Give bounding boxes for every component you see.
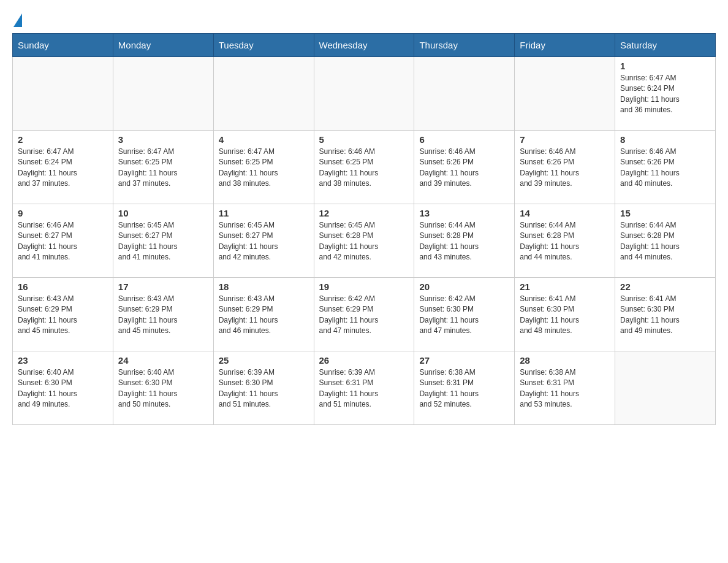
calendar-week-row: 2Sunrise: 6:47 AM Sunset: 6:24 PM Daylig… bbox=[13, 131, 716, 204]
day-number: 26 bbox=[319, 355, 409, 366]
logo bbox=[12, 12, 22, 27]
day-number: 16 bbox=[18, 282, 108, 292]
calendar-cell: 3Sunrise: 6:47 AM Sunset: 6:25 PM Daylig… bbox=[113, 131, 213, 204]
day-number: 23 bbox=[18, 355, 108, 366]
calendar-cell: 27Sunrise: 6:38 AM Sunset: 6:31 PM Dayli… bbox=[414, 351, 515, 425]
day-info: Sunrise: 6:45 AM Sunset: 6:27 PM Dayligh… bbox=[219, 220, 309, 263]
calendar-cell: 22Sunrise: 6:41 AM Sunset: 6:30 PM Dayli… bbox=[615, 278, 716, 351]
day-info: Sunrise: 6:46 AM Sunset: 6:25 PM Dayligh… bbox=[319, 147, 409, 190]
calendar-cell: 18Sunrise: 6:43 AM Sunset: 6:29 PM Dayli… bbox=[213, 278, 314, 351]
calendar-cell bbox=[615, 351, 716, 425]
calendar-cell: 5Sunrise: 6:46 AM Sunset: 6:25 PM Daylig… bbox=[314, 131, 414, 204]
weekday-header-tuesday: Tuesday bbox=[213, 34, 314, 57]
day-info: Sunrise: 6:38 AM Sunset: 6:31 PM Dayligh… bbox=[419, 367, 509, 410]
day-info: Sunrise: 6:43 AM Sunset: 6:29 PM Dayligh… bbox=[18, 294, 108, 337]
day-info: Sunrise: 6:47 AM Sunset: 6:25 PM Dayligh… bbox=[219, 147, 309, 190]
day-number: 18 bbox=[219, 282, 309, 292]
weekday-header-friday: Friday bbox=[515, 34, 615, 57]
day-info: Sunrise: 6:47 AM Sunset: 6:24 PM Dayligh… bbox=[620, 73, 710, 116]
day-number: 14 bbox=[520, 208, 610, 218]
day-info: Sunrise: 6:39 AM Sunset: 6:31 PM Dayligh… bbox=[319, 367, 409, 410]
logo-triangle-icon bbox=[13, 13, 22, 27]
day-info: Sunrise: 6:47 AM Sunset: 6:24 PM Dayligh… bbox=[18, 147, 108, 190]
day-info: Sunrise: 6:42 AM Sunset: 6:29 PM Dayligh… bbox=[319, 294, 409, 337]
calendar-cell: 21Sunrise: 6:41 AM Sunset: 6:30 PM Dayli… bbox=[515, 278, 615, 351]
calendar-week-row: 16Sunrise: 6:43 AM Sunset: 6:29 PM Dayli… bbox=[13, 278, 716, 351]
weekday-header-thursday: Thursday bbox=[414, 34, 515, 57]
calendar-cell: 20Sunrise: 6:42 AM Sunset: 6:30 PM Dayli… bbox=[414, 278, 515, 351]
day-number: 21 bbox=[520, 282, 610, 292]
day-number: 17 bbox=[118, 282, 208, 292]
calendar-cell: 6Sunrise: 6:46 AM Sunset: 6:26 PM Daylig… bbox=[414, 131, 515, 204]
day-info: Sunrise: 6:46 AM Sunset: 6:26 PM Dayligh… bbox=[520, 147, 610, 190]
day-number: 11 bbox=[219, 208, 309, 218]
day-number: 20 bbox=[419, 282, 509, 292]
day-number: 3 bbox=[118, 134, 208, 145]
day-number: 9 bbox=[18, 208, 108, 218]
day-info: Sunrise: 6:46 AM Sunset: 6:26 PM Dayligh… bbox=[620, 147, 710, 190]
day-number: 8 bbox=[620, 134, 710, 145]
day-number: 15 bbox=[620, 208, 710, 218]
day-number: 22 bbox=[620, 282, 710, 292]
day-number: 4 bbox=[219, 134, 309, 145]
day-number: 6 bbox=[419, 134, 509, 145]
day-info: Sunrise: 6:46 AM Sunset: 6:27 PM Dayligh… bbox=[18, 220, 108, 263]
day-info: Sunrise: 6:39 AM Sunset: 6:30 PM Dayligh… bbox=[219, 367, 309, 410]
calendar-cell: 2Sunrise: 6:47 AM Sunset: 6:24 PM Daylig… bbox=[13, 131, 113, 204]
calendar-cell: 16Sunrise: 6:43 AM Sunset: 6:29 PM Dayli… bbox=[13, 278, 113, 351]
calendar-cell: 11Sunrise: 6:45 AM Sunset: 6:27 PM Dayli… bbox=[213, 204, 314, 278]
day-info: Sunrise: 6:41 AM Sunset: 6:30 PM Dayligh… bbox=[520, 294, 610, 337]
calendar-cell: 17Sunrise: 6:43 AM Sunset: 6:29 PM Dayli… bbox=[113, 278, 213, 351]
day-number: 5 bbox=[319, 134, 409, 145]
day-info: Sunrise: 6:44 AM Sunset: 6:28 PM Dayligh… bbox=[520, 220, 610, 263]
day-info: Sunrise: 6:42 AM Sunset: 6:30 PM Dayligh… bbox=[419, 294, 509, 337]
calendar-cell: 10Sunrise: 6:45 AM Sunset: 6:27 PM Dayli… bbox=[113, 204, 213, 278]
calendar-week-row: 1Sunrise: 6:47 AM Sunset: 6:24 PM Daylig… bbox=[13, 57, 716, 131]
calendar-header-row: SundayMondayTuesdayWednesdayThursdayFrid… bbox=[13, 34, 716, 57]
weekday-header-saturday: Saturday bbox=[615, 34, 716, 57]
calendar-cell: 9Sunrise: 6:46 AM Sunset: 6:27 PM Daylig… bbox=[13, 204, 113, 278]
day-number: 24 bbox=[118, 355, 208, 366]
day-info: Sunrise: 6:40 AM Sunset: 6:30 PM Dayligh… bbox=[118, 367, 208, 410]
calendar-cell: 23Sunrise: 6:40 AM Sunset: 6:30 PM Dayli… bbox=[13, 351, 113, 425]
day-info: Sunrise: 6:38 AM Sunset: 6:31 PM Dayligh… bbox=[520, 367, 610, 410]
calendar-cell bbox=[13, 57, 113, 131]
day-number: 2 bbox=[18, 134, 108, 145]
day-number: 7 bbox=[520, 134, 610, 145]
weekday-header-sunday: Sunday bbox=[13, 34, 113, 57]
day-number: 28 bbox=[520, 355, 610, 366]
calendar-cell: 1Sunrise: 6:47 AM Sunset: 6:24 PM Daylig… bbox=[615, 57, 716, 131]
day-info: Sunrise: 6:41 AM Sunset: 6:30 PM Dayligh… bbox=[620, 294, 710, 337]
calendar-week-row: 23Sunrise: 6:40 AM Sunset: 6:30 PM Dayli… bbox=[13, 351, 716, 425]
calendar-cell: 7Sunrise: 6:46 AM Sunset: 6:26 PM Daylig… bbox=[515, 131, 615, 204]
calendar-cell bbox=[314, 57, 414, 131]
calendar-cell: 14Sunrise: 6:44 AM Sunset: 6:28 PM Dayli… bbox=[515, 204, 615, 278]
calendar-cell bbox=[515, 57, 615, 131]
day-info: Sunrise: 6:44 AM Sunset: 6:28 PM Dayligh… bbox=[419, 220, 509, 263]
calendar-cell: 13Sunrise: 6:44 AM Sunset: 6:28 PM Dayli… bbox=[414, 204, 515, 278]
calendar-cell: 26Sunrise: 6:39 AM Sunset: 6:31 PM Dayli… bbox=[314, 351, 414, 425]
calendar-cell bbox=[414, 57, 515, 131]
day-info: Sunrise: 6:47 AM Sunset: 6:25 PM Dayligh… bbox=[118, 147, 208, 190]
day-info: Sunrise: 6:40 AM Sunset: 6:30 PM Dayligh… bbox=[18, 367, 108, 410]
calendar-cell: 12Sunrise: 6:45 AM Sunset: 6:28 PM Dayli… bbox=[314, 204, 414, 278]
calendar-cell: 15Sunrise: 6:44 AM Sunset: 6:28 PM Dayli… bbox=[615, 204, 716, 278]
day-number: 25 bbox=[219, 355, 309, 366]
day-info: Sunrise: 6:45 AM Sunset: 6:27 PM Dayligh… bbox=[118, 220, 208, 263]
day-info: Sunrise: 6:43 AM Sunset: 6:29 PM Dayligh… bbox=[219, 294, 309, 337]
weekday-header-monday: Monday bbox=[113, 34, 213, 57]
calendar-cell bbox=[213, 57, 314, 131]
day-number: 1 bbox=[620, 61, 710, 71]
weekday-header-wednesday: Wednesday bbox=[314, 34, 414, 57]
calendar-cell: 8Sunrise: 6:46 AM Sunset: 6:26 PM Daylig… bbox=[615, 131, 716, 204]
day-info: Sunrise: 6:44 AM Sunset: 6:28 PM Dayligh… bbox=[620, 220, 710, 263]
calendar-cell: 25Sunrise: 6:39 AM Sunset: 6:30 PM Dayli… bbox=[213, 351, 314, 425]
calendar-cell: 28Sunrise: 6:38 AM Sunset: 6:31 PM Dayli… bbox=[515, 351, 615, 425]
calendar-week-row: 9Sunrise: 6:46 AM Sunset: 6:27 PM Daylig… bbox=[13, 204, 716, 278]
page-header bbox=[12, 12, 716, 27]
calendar-cell bbox=[113, 57, 213, 131]
day-info: Sunrise: 6:46 AM Sunset: 6:26 PM Dayligh… bbox=[419, 147, 509, 190]
day-number: 19 bbox=[319, 282, 409, 292]
day-number: 12 bbox=[319, 208, 409, 218]
calendar-cell: 4Sunrise: 6:47 AM Sunset: 6:25 PM Daylig… bbox=[213, 131, 314, 204]
